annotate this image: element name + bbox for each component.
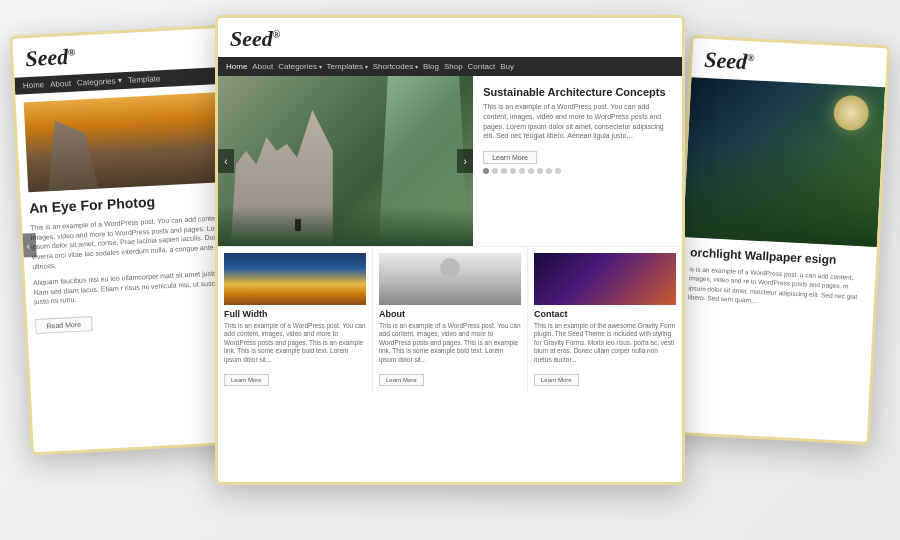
right-browser-card: Seed® orchlight Wallpaper esign is is an… [670, 35, 891, 445]
center-hero: ‹ › Sustainable Architecture Concepts Th… [218, 76, 682, 246]
dot-1[interactable] [483, 168, 489, 174]
left-post-title: An Eye For Photog [29, 190, 228, 217]
grid-learn-more-fullwidth[interactable]: Learn More [224, 374, 269, 386]
dot-9[interactable] [555, 168, 561, 174]
center-hero-text-panel: Sustainable Architecture Concepts This i… [473, 76, 682, 246]
center-nav-shortcodes[interactable]: Shortcodes [373, 62, 418, 71]
hero-slider-arrow-right[interactable]: › [457, 149, 473, 173]
grid-title-fullwidth: Full Width [224, 309, 366, 319]
center-nav-contact[interactable]: Contact [468, 62, 496, 71]
center-nav-shop[interactable]: Shop [444, 62, 463, 71]
dot-8[interactable] [546, 168, 552, 174]
center-logo: Seed® [218, 18, 682, 57]
grid-text-contact: This is an example of the awesome Gravit… [534, 322, 676, 364]
center-nav-templates[interactable]: Templates [327, 62, 368, 71]
left-slider-arrow[interactable]: ‹ [20, 233, 37, 258]
grid-item-fullwidth: Full Width This is an example of a WordP… [218, 247, 373, 392]
center-nav-bar: Home About Categories Templates Shortcod… [218, 57, 682, 76]
hero-tree-line [218, 206, 473, 246]
left-card-body: An Eye For Photog This is an example of … [15, 84, 242, 343]
center-nav-buy[interactable]: Buy [500, 62, 514, 71]
grid-title-about: About [379, 309, 521, 319]
center-browser-card: Seed® Home About Categories Templates Sh… [215, 15, 685, 485]
right-card-body: orchlight Wallpaper esign is is an examp… [679, 237, 876, 319]
left-nav-home[interactable]: Home [23, 80, 45, 90]
left-nav-templates[interactable]: Template [128, 74, 161, 85]
grid-thumb-concert [534, 253, 676, 305]
grid-title-contact: Contact [534, 309, 676, 319]
center-hero-image: ‹ › [218, 76, 473, 246]
grid-thumb-portrait [379, 253, 521, 305]
concert-image [534, 253, 676, 305]
hero-slider-arrow-left[interactable]: ‹ [218, 149, 234, 173]
hero-learn-more-button[interactable]: Learn More [483, 151, 537, 164]
cliff-rock-shape [45, 119, 99, 192]
hero-slider-dots [483, 168, 672, 174]
center-nav-home[interactable]: Home [226, 62, 247, 71]
left-nav-about[interactable]: About [50, 79, 71, 89]
cliff-image [24, 92, 226, 192]
grid-learn-more-about[interactable]: Learn More [379, 374, 424, 386]
tree-shape [683, 137, 882, 247]
grid-item-contact: Contact This is an example of the awesom… [528, 247, 682, 392]
portrait-face-shape [440, 258, 460, 278]
left-nav-categories[interactable]: Categories ▾ [77, 76, 122, 87]
right-post-text: is is an example of a WordPress post. u … [688, 265, 868, 311]
grid-item-about: About This is an example of a WordPress … [373, 247, 528, 392]
portrait-image [379, 253, 521, 305]
dot-4[interactable] [510, 168, 516, 174]
sitting-figure-shape [295, 219, 301, 231]
grid-text-about: This is an example of a WordPress post. … [379, 322, 521, 364]
grid-thumb-venice [224, 253, 366, 305]
right-fantasy-image [683, 77, 885, 247]
hero-post-title: Sustainable Architecture Concepts [483, 86, 672, 98]
center-nav-blog[interactable]: Blog [423, 62, 439, 71]
center-nav-categories[interactable]: Categories [278, 62, 321, 71]
center-nav-about[interactable]: About [252, 62, 273, 71]
left-read-more-button[interactable]: Read More [35, 316, 92, 334]
grid-text-fullwidth: This is an example of a WordPress post. … [224, 322, 366, 364]
left-post-text2: Aliquam faucibus nisi eu leo ullamcorper… [33, 268, 232, 308]
center-grid: Full Width This is an example of a WordP… [218, 246, 682, 392]
hero-post-description: This is an example of a WordPress post. … [483, 102, 672, 141]
dot-7[interactable] [537, 168, 543, 174]
left-post-text1: This is an example of a WordPress post. … [30, 213, 230, 272]
dot-2[interactable] [492, 168, 498, 174]
dot-3[interactable] [501, 168, 507, 174]
venice-image [224, 253, 366, 305]
grid-learn-more-contact[interactable]: Learn More [534, 374, 579, 386]
dot-5[interactable] [519, 168, 525, 174]
dot-6[interactable] [528, 168, 534, 174]
moon-shape [833, 95, 870, 132]
